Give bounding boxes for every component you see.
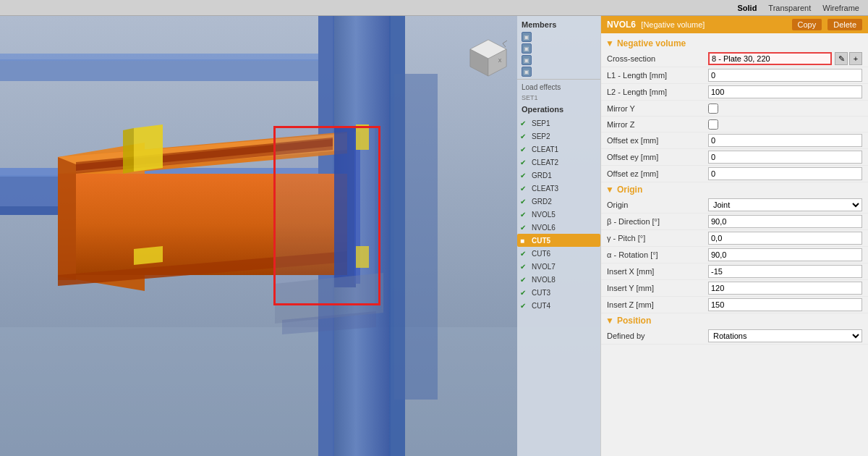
mirror-y-checkbox[interactable]: [708, 104, 718, 114]
ops-name-nvol8: NVOL8: [532, 276, 556, 284]
defined-by-select[interactable]: Rotations: [708, 329, 862, 342]
ops-item-cut3[interactable]: ✔CUT3: [517, 286, 600, 299]
defined-by-label: Defined by: [607, 332, 708, 340]
ops-name-cleat1: CLEAT1: [532, 145, 558, 153]
l1-length-row: L1 - Length [mm]: [601, 67, 868, 84]
insert-z-row: Insert Z [mm]: [601, 297, 868, 313]
viewport[interactable]: X Members ▣ ▣: [0, 16, 600, 456]
negative-volume-label: Negative volume: [617, 38, 686, 48]
cube-navigator[interactable]: X: [467, 36, 510, 80]
cross-section-edit-btn[interactable]: ✎: [835, 52, 848, 65]
mirror-z-checkbox[interactable]: [708, 119, 718, 130]
insert-y-input[interactable]: [708, 282, 862, 295]
solid-view-btn[interactable]: Solid: [737, 4, 757, 12]
offset-ey-row: Offset ey [mm]: [601, 149, 868, 166]
offset-ez-label: Offset ez [mm]: [607, 169, 708, 178]
insert-x-label: Insert X [mm]: [607, 267, 708, 276]
panel-header: NVOL6 [Negative volume] Copy Delete: [601, 16, 868, 33]
ops-check-nvol5: ✔: [520, 211, 529, 219]
ops-item-grd2[interactable]: ✔GRD2: [517, 195, 600, 208]
origin-section-header[interactable]: ▼ Origin: [601, 182, 868, 197]
insert-x-row: Insert X [mm]: [601, 263, 868, 280]
cross-section-input[interactable]: [708, 52, 832, 65]
insert-x-input[interactable]: [708, 265, 862, 278]
member-item-m1[interactable]: ▣: [522, 31, 596, 43]
ops-item-cleat2[interactable]: ✔CLEAT2: [517, 156, 600, 169]
negative-volume-section-header[interactable]: ▼ Negative volume: [601, 36, 868, 51]
panel-subtitle: [Negative volume]: [641, 20, 705, 29]
ops-item-nvol7[interactable]: ✔NVOL7: [517, 260, 600, 273]
ops-check-cut5: ■: [520, 237, 529, 245]
l2-length-input[interactable]: [708, 85, 862, 98]
alpha-input[interactable]: [708, 248, 862, 261]
svg-rect-8: [0, 59, 318, 81]
main-area: X Members ▣ ▣: [0, 16, 868, 456]
transparent-view-btn[interactable]: Transparent: [768, 4, 811, 12]
ops-check-cut3: ✔: [520, 289, 529, 297]
mirror-z-row: Mirror Z: [601, 117, 868, 132]
ops-check-cut4: ✔: [520, 302, 529, 310]
ops-check-nvol7: ✔: [520, 263, 529, 271]
offset-ey-input[interactable]: [708, 151, 862, 164]
right-panel: NVOL6 [Negative volume] Copy Delete ▼ Ne…: [600, 16, 868, 456]
load-effect-item1[interactable]: SET1: [517, 93, 600, 104]
member-item-m2[interactable]: ▣: [522, 43, 596, 54]
ops-item-cut5[interactable]: ■CUT5: [517, 234, 600, 247]
ops-item-cleat1[interactable]: ✔CLEAT1: [517, 143, 600, 156]
ops-check-grd2: ✔: [520, 198, 529, 206]
ops-item-grd1[interactable]: ✔GRD1: [517, 169, 600, 182]
origin-row: Origin Joint: [601, 197, 868, 214]
ops-item-nvol5[interactable]: ✔NVOL5: [517, 208, 600, 221]
member-item-m4[interactable]: ▣: [522, 66, 596, 77]
origin-toggle[interactable]: ▼: [605, 185, 614, 195]
ops-name-grd2: GRD2: [532, 198, 552, 206]
topbar: Solid Transparent Wireframe: [0, 0, 868, 16]
delete-button[interactable]: Delete: [827, 19, 862, 30]
alpha-row: α - Rotation [°]: [601, 247, 868, 263]
ops-item-nvol8[interactable]: ✔NVOL8: [517, 273, 600, 286]
cross-section-add-btn[interactable]: +: [849, 52, 862, 65]
origin-select[interactable]: Joint: [708, 198, 862, 211]
cross-section-actions: ✎ +: [835, 52, 862, 65]
svg-rect-1: [0, 327, 600, 456]
member-icon-m4: ▣: [522, 67, 532, 77]
l2-length-row: L2 - Length [mm]: [601, 84, 868, 101]
ops-item-sep2[interactable]: ✔SEP2: [517, 130, 600, 143]
beta-input[interactable]: [708, 215, 862, 228]
negative-volume-toggle[interactable]: ▼: [605, 38, 614, 48]
cube-nav-svg: X: [467, 36, 510, 80]
svg-line-22: [503, 41, 507, 43]
ops-name-cut3: CUT3: [532, 289, 550, 297]
defined-by-row: Defined by Rotations: [601, 328, 868, 345]
ops-item-nvol6[interactable]: ✔NVOL6: [517, 221, 600, 234]
cross-section-row: Cross-section ✎ +: [601, 51, 868, 67]
offset-ex-input[interactable]: [708, 134, 862, 147]
member-item-m3[interactable]: ▣: [522, 54, 596, 66]
ops-name-nvol7: NVOL7: [532, 263, 556, 271]
offset-ez-input[interactable]: [708, 167, 862, 180]
gamma-input[interactable]: [708, 232, 862, 245]
ops-check-sep1: ✔: [520, 119, 529, 127]
copy-button[interactable]: Copy: [792, 19, 822, 30]
mirror-y-row: Mirror Y: [601, 101, 868, 117]
ops-item-cut4[interactable]: ✔CUT4: [517, 299, 600, 312]
ops-item-sep1[interactable]: ✔SEP1: [517, 117, 600, 130]
beta-row: β - Direction [°]: [601, 214, 868, 230]
members-section: Members ▣ ▣ ▣: [517, 19, 600, 80]
origin-prop-label: Origin: [607, 200, 708, 209]
position-label: Position: [617, 316, 651, 326]
ops-name-nvol6: NVOL6: [532, 224, 556, 232]
wireframe-view-btn[interactable]: Wireframe: [822, 4, 859, 12]
ops-name-sep1: SEP1: [532, 119, 550, 127]
position-section-header[interactable]: ▼ Position: [601, 313, 868, 328]
ops-list: ✔SEP1✔SEP2✔CLEAT1✔CLEAT2✔GRD1✔CLEAT3✔GRD…: [517, 117, 600, 312]
insert-z-input[interactable]: [708, 298, 862, 311]
l1-length-input[interactable]: [708, 69, 862, 82]
position-toggle[interactable]: ▼: [605, 316, 614, 326]
ops-item-cleat3[interactable]: ✔CLEAT3: [517, 182, 600, 195]
mirror-z-label: Mirror Z: [607, 120, 708, 129]
ops-item-cut6[interactable]: ✔CUT6: [517, 247, 600, 260]
cross-section-label: Cross-section: [607, 54, 708, 63]
ops-name-cleat2: CLEAT2: [532, 159, 558, 166]
origin-label: Origin: [617, 185, 642, 195]
